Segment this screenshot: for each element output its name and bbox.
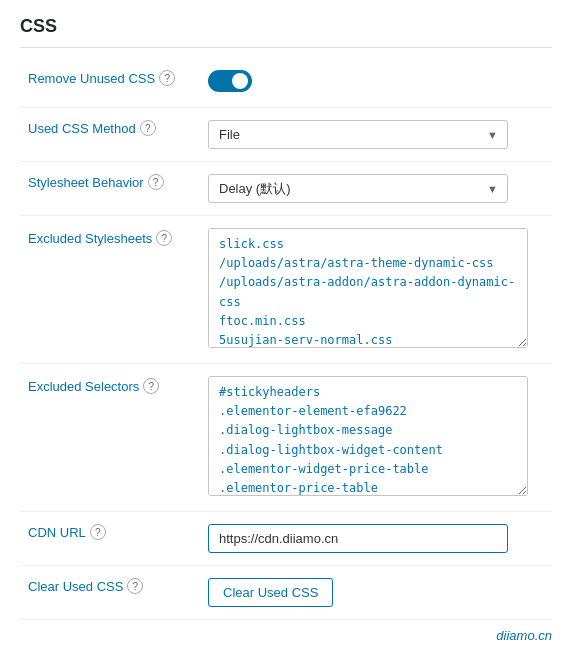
label-used-css-method: Used CSS Method: [28, 121, 136, 136]
row-excluded-stylesheets: Excluded Stylesheets ? slick.css /upload…: [20, 216, 552, 364]
row-remove-unused-css: Remove Unused CSS ?: [20, 58, 552, 108]
settings-table: Remove Unused CSS ? Used CSS Method ?: [20, 58, 552, 620]
help-icon-excluded-selectors[interactable]: ?: [143, 378, 159, 394]
help-icon-remove-unused-css[interactable]: ?: [159, 70, 175, 86]
select-stylesheet-behavior[interactable]: Delay (默认) Async Defer: [208, 174, 508, 203]
label-excluded-stylesheets: Excluded Stylesheets: [28, 231, 152, 246]
branding: diiamo.cn: [20, 620, 552, 643]
select-used-css-method-wrapper: File Inline ▼: [208, 120, 508, 149]
help-icon-clear-used-css[interactable]: ?: [127, 578, 143, 594]
label-stylesheet-behavior: Stylesheet Behavior: [28, 175, 144, 190]
help-icon-cdn-url[interactable]: ?: [90, 524, 106, 540]
row-cdn-url: CDN URL ?: [20, 512, 552, 566]
row-excluded-selectors: Excluded Selectors ? #stickyheaders .ele…: [20, 364, 552, 512]
help-icon-stylesheet-behavior[interactable]: ?: [148, 174, 164, 190]
select-used-css-method[interactable]: File Inline: [208, 120, 508, 149]
label-cdn-url: CDN URL: [28, 525, 86, 540]
clear-used-css-button[interactable]: Clear Used CSS: [208, 578, 333, 607]
textarea-excluded-selectors[interactable]: #stickyheaders .elementor-element-efa962…: [208, 376, 528, 496]
help-icon-used-css-method[interactable]: ?: [140, 120, 156, 136]
help-icon-excluded-stylesheets[interactable]: ?: [156, 230, 172, 246]
row-used-css-method: Used CSS Method ? File Inline ▼: [20, 108, 552, 162]
textarea-excluded-stylesheets[interactable]: slick.css /uploads/astra/astra-theme-dyn…: [208, 228, 528, 348]
label-excluded-selectors: Excluded Selectors: [28, 379, 139, 394]
row-clear-used-css: Clear Used CSS ? Clear Used CSS: [20, 566, 552, 620]
page-title: CSS: [20, 16, 552, 48]
select-stylesheet-behavior-wrapper: Delay (默认) Async Defer ▼: [208, 174, 508, 203]
label-clear-used-css: Clear Used CSS: [28, 579, 123, 594]
input-cdn-url[interactable]: [208, 524, 508, 553]
row-stylesheet-behavior: Stylesheet Behavior ? Delay (默认) Async D…: [20, 162, 552, 216]
toggle-remove-unused-css[interactable]: [208, 70, 252, 92]
label-remove-unused-css: Remove Unused CSS: [28, 71, 155, 86]
